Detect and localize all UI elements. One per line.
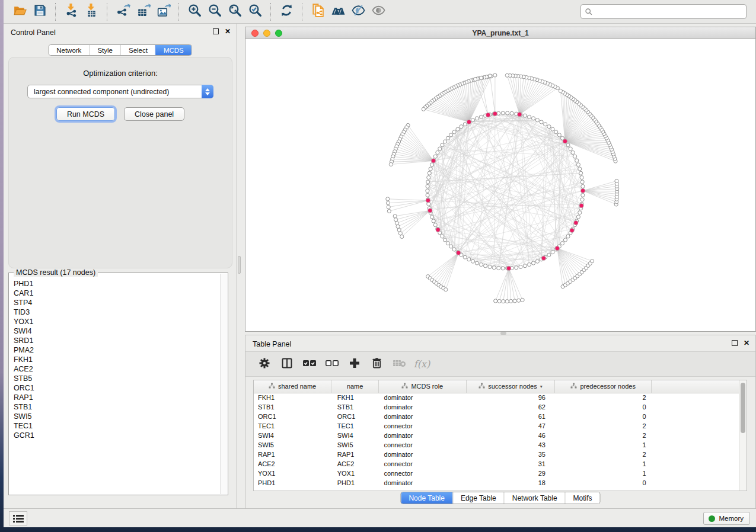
table-row[interactable]: YOX1YOX1connector291	[254, 469, 747, 478]
deselect-all-button[interactable]	[323, 355, 340, 373]
cell-name[interactable]: FKH1	[331, 393, 379, 402]
cell-successor-nodes[interactable]: 43	[466, 440, 555, 450]
column-header-name[interactable]: name	[331, 380, 379, 393]
cell-predecessor-nodes[interactable]: 1	[555, 459, 652, 469]
column-header-shared-name[interactable]: shared name	[254, 380, 331, 393]
tab-network[interactable]: Network	[49, 45, 89, 55]
mcds-result-item[interactable]: PHD1	[14, 279, 219, 289]
cell-successor-nodes[interactable]: 47	[466, 421, 555, 431]
table-row[interactable]: FKH1FKH1dominator962	[254, 393, 747, 402]
cell-name[interactable]: ACE2	[331, 459, 379, 469]
cell-name[interactable]: YOX1	[331, 469, 379, 478]
mcds-result-item[interactable]: YOX1	[14, 317, 219, 326]
column-header-predecessor-nodes[interactable]: predecessor nodes	[555, 380, 652, 393]
float-panel-icon[interactable]	[732, 340, 738, 346]
cell-name[interactable]: PHD1	[331, 478, 379, 488]
cell-successor-nodes[interactable]: 31	[466, 459, 555, 469]
cell-name[interactable]: ORC1	[331, 412, 379, 421]
open-session-button[interactable]	[9, 2, 30, 21]
search-input[interactable]	[593, 6, 742, 18]
cell-successor-nodes[interactable]: 62	[466, 402, 555, 412]
cell-successor-nodes[interactable]: 18	[466, 478, 555, 488]
mcds-result-item[interactable]: PMA2	[14, 345, 219, 355]
cell-shared-name[interactable]: STB1	[254, 402, 331, 412]
cell-mcds-role[interactable]: dominator	[379, 478, 466, 488]
mcds-result-item[interactable]: ORC1	[14, 383, 219, 393]
table-row[interactable]: STB1STB1dominator620	[254, 402, 747, 412]
mcds-result-item[interactable]: SWI5	[14, 412, 219, 421]
mcds-result-item[interactable]: STB5	[14, 374, 219, 383]
table-row[interactable]: TEC1TEC1connector472	[254, 421, 747, 431]
delete-table-button[interactable]	[391, 355, 408, 373]
criterion-dropdown[interactable]: largest connected component (undirected)	[27, 85, 213, 98]
cell-shared-name[interactable]: RAP1	[254, 450, 331, 459]
cell-predecessor-nodes[interactable]: 1	[555, 440, 652, 450]
network-canvas[interactable]	[245, 39, 755, 331]
cell-name[interactable]: RAP1	[331, 450, 379, 459]
cell-mcds-role[interactable]: dominator	[379, 450, 466, 459]
mcds-result-item[interactable]: ACE2	[14, 364, 219, 374]
zoom-out-button[interactable]	[205, 2, 225, 21]
cell-name[interactable]: STB1	[331, 402, 379, 412]
cell-successor-nodes[interactable]: 35	[466, 450, 555, 459]
add-column-button[interactable]	[346, 355, 363, 373]
delete-column-button[interactable]	[368, 355, 385, 373]
cell-mcds-role[interactable]: connector	[379, 421, 466, 431]
cell-successor-nodes[interactable]: 96	[466, 393, 555, 402]
find-button[interactable]	[328, 2, 348, 21]
tab-edge-table[interactable]: Edge Table	[452, 492, 504, 504]
tab-node-table[interactable]: Node Table	[401, 492, 452, 504]
column-header-MCDS-role[interactable]: MCDS role	[379, 380, 466, 393]
import-network-button[interactable]	[61, 2, 81, 21]
cell-predecessor-nodes[interactable]: 2	[555, 450, 652, 459]
table-row[interactable]: RAP1RAP1dominator352	[254, 450, 747, 459]
cell-shared-name[interactable]: FKH1	[254, 393, 331, 402]
cell-predecessor-nodes[interactable]: 2	[555, 431, 652, 440]
birds-eye-view-button[interactable]	[368, 2, 388, 21]
cell-shared-name[interactable]: TEC1	[254, 421, 331, 431]
cell-mcds-role[interactable]: connector	[379, 469, 466, 478]
zoom-in-button[interactable]	[184, 2, 205, 21]
cell-shared-name[interactable]: YOX1	[254, 469, 331, 478]
show-columns-button[interactable]	[278, 355, 295, 373]
cell-successor-nodes[interactable]: 29	[466, 469, 555, 478]
table-row[interactable]: SWI5SWI5connector431	[254, 440, 747, 450]
tab-select[interactable]: Select	[120, 45, 155, 55]
cell-name[interactable]: TEC1	[331, 421, 379, 431]
result-list-scrollbar[interactable]	[220, 274, 227, 494]
cell-predecessor-nodes[interactable]: 2	[555, 421, 652, 431]
cell-mcds-role[interactable]: dominator	[379, 393, 466, 402]
cell-predecessor-nodes[interactable]: 0	[555, 412, 652, 421]
table-row[interactable]: ACE2ACE2connector311	[254, 459, 747, 469]
mcds-result-item[interactable]: SWI4	[14, 326, 219, 336]
cell-shared-name[interactable]: SWI4	[254, 431, 331, 440]
mcds-result-item[interactable]: RAP1	[14, 393, 219, 402]
cell-shared-name[interactable]: PHD1	[254, 478, 331, 488]
float-panel-icon[interactable]	[213, 28, 219, 34]
import-table-button[interactable]	[81, 2, 101, 21]
task-history-button[interactable]	[9, 511, 27, 525]
mcds-result-item[interactable]: STB1	[14, 402, 219, 412]
export-table-button[interactable]	[133, 2, 153, 21]
toggle-graphics-details-button[interactable]	[348, 2, 368, 21]
close-panel-button[interactable]: Close panel	[124, 107, 184, 121]
cell-successor-nodes[interactable]: 61	[466, 412, 555, 421]
zoom-fit-button[interactable]	[225, 2, 245, 21]
cell-mcds-role[interactable]: dominator	[379, 431, 466, 440]
cell-shared-name[interactable]: ACE2	[254, 459, 331, 469]
cell-name[interactable]: SWI5	[331, 440, 379, 450]
network-from-selection-button[interactable]	[308, 2, 328, 21]
table-scrollbar[interactable]	[739, 380, 747, 491]
mcds-result-item[interactable]: CAR1	[14, 289, 219, 298]
table-row[interactable]: SWI4SWI4dominator462	[254, 431, 747, 440]
cell-predecessor-nodes[interactable]: 0	[555, 402, 652, 412]
table-options-button[interactable]	[256, 355, 273, 373]
mcds-result-item[interactable]: TEC1	[14, 421, 219, 431]
cell-shared-name[interactable]: SWI5	[254, 440, 331, 450]
tab-motifs[interactable]: Motifs	[565, 492, 600, 504]
select-all-button[interactable]	[301, 355, 318, 373]
cell-mcds-role[interactable]: connector	[379, 440, 466, 450]
cell-mcds-role[interactable]: dominator	[379, 412, 466, 421]
apply-layout-button[interactable]	[276, 2, 296, 21]
zoom-selected-button[interactable]	[245, 2, 265, 21]
